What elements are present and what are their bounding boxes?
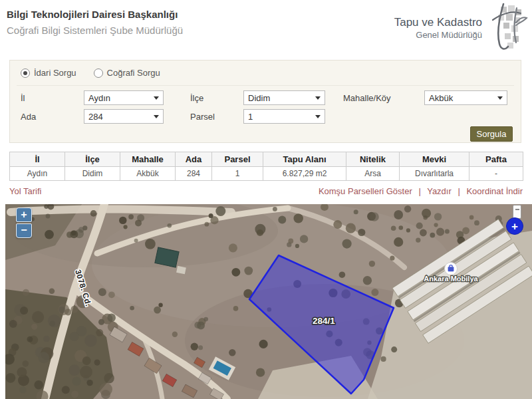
dropdown-arrow-icon: [154, 115, 159, 118]
ada-select[interactable]: 284: [84, 109, 164, 124]
col-header: Nitelik: [346, 152, 400, 167]
col-header: Pafta: [469, 152, 523, 167]
table-row: Aydın Didim Akbük 284 1 6.827,29 m2 Arsa…: [10, 167, 523, 181]
radio-cografi-sorgu[interactable]: Coğrafi Sorgu: [94, 68, 160, 78]
ilce-value: Didim: [248, 93, 270, 103]
cell-mahalle: Akbük: [120, 167, 176, 181]
page-title: Bilgi Teknolojileri Dairesi Başkanlığı: [7, 9, 178, 20]
page-subtitle: Coğrafi Bilgi Sistemleri Şube Müdürlüğü: [7, 25, 183, 36]
parsel-select[interactable]: 1: [243, 109, 325, 124]
dropdown-arrow-icon: [315, 115, 321, 118]
zoom-in-button[interactable]: +: [16, 207, 32, 222]
action-links: Komşu Parselleri Göster | Yazdır | Koord…: [319, 186, 523, 196]
sorgula-button[interactable]: Sorgula: [470, 126, 513, 142]
dropdown-arrow-icon: [154, 96, 159, 100]
col-header: İl: [10, 152, 65, 167]
cell-nitelik: Arsa: [346, 167, 400, 181]
map-side-control[interactable]: [513, 205, 521, 219]
link-separator: |: [458, 186, 460, 196]
dropdown-arrow-icon: [497, 96, 503, 100]
map-zoom-control: + −: [16, 207, 32, 238]
parcel-label: 284/1: [313, 316, 335, 326]
il-label: İl: [21, 93, 25, 103]
cell-ilce: Didim: [65, 167, 120, 181]
poi-label: Ankara Mobilya: [424, 275, 478, 283]
radio-unselected-icon: [94, 68, 103, 78]
org-name: Tapu ve Kadastro Genel Müdürlüğü: [293, 16, 482, 40]
result-table: İl İlçe Mahalle Ada Parsel Tapu Alanı Ni…: [9, 152, 523, 181]
cell-il: Aydın: [10, 167, 65, 181]
org-name-line1: Tapu ve Kadastro: [293, 16, 482, 29]
col-header: Tapu Alanı: [263, 152, 346, 167]
link-separator: |: [418, 186, 420, 196]
ilce-label: İlçe: [190, 93, 203, 103]
query-type-radios: İdari Sorgu Coğrafi Sorgu: [21, 68, 160, 78]
col-header: Mevki: [400, 152, 469, 167]
radio-selected-icon: [21, 68, 30, 78]
col-header: İlçe: [65, 152, 120, 167]
il-value: Aydın: [88, 93, 110, 103]
form-separator: [17, 85, 514, 86]
komsu-parselleri-goster-link[interactable]: Komşu Parselleri Göster: [319, 186, 412, 196]
cell-tapu-alani: 6.827,29 m2: [263, 167, 346, 181]
cell-pafta: -: [469, 167, 523, 181]
satellite-map[interactable]: 3078. Cd. 284/1 Ankara Mobilya + − +: [5, 204, 532, 399]
tkgm-logo-icon: [486, 3, 529, 56]
mahalle-select[interactable]: Akbük: [424, 90, 507, 105]
cell-parsel: 1: [212, 167, 263, 181]
koordinat-indir-link[interactable]: Koordinat İndir: [466, 186, 523, 196]
ada-label: Ada: [21, 112, 36, 122]
yol-tarifi-link[interactable]: Yol Tarifi: [9, 186, 41, 196]
query-form-panel: İdari Sorgu Coğrafi Sorgu İl Aydın İlçe …: [9, 60, 521, 143]
dropdown-arrow-icon: [315, 96, 321, 100]
parsel-label: Parsel: [190, 112, 215, 122]
tkgm-parcel-query-page: Bilgi Teknolojileri Dairesi Başkanlığı C…: [0, 0, 532, 399]
radio-label: Coğrafi Sorgu: [107, 68, 160, 78]
layers-toggle-button[interactable]: +: [506, 217, 523, 235]
ilce-select[interactable]: Didim: [243, 90, 325, 105]
zoom-out-button[interactable]: −: [16, 223, 32, 238]
il-select[interactable]: Aydın: [84, 90, 164, 105]
mahalle-label: Mahalle/Köy: [343, 93, 391, 103]
org-name-line2: Genel Müdürlüğü: [293, 30, 482, 40]
cell-ada: 284: [176, 167, 212, 181]
table-header-row: İl İlçe Mahalle Ada Parsel Tapu Alanı Ni…: [10, 152, 523, 167]
mahalle-value: Akbük: [429, 93, 453, 103]
radio-label: İdari Sorgu: [34, 68, 76, 78]
shopping-bag-icon: [448, 267, 454, 271]
col-header: Mahalle: [120, 152, 176, 167]
yazdir-link[interactable]: Yazdır: [427, 186, 452, 196]
col-header: Parsel: [212, 152, 263, 167]
parsel-value: 1: [248, 112, 253, 122]
cell-mevki: Dıvarlıtarla: [400, 167, 469, 181]
map-canvas: 3078. Cd. 284/1 Ankara Mobilya: [5, 204, 532, 399]
radio-idari-sorgu[interactable]: İdari Sorgu: [21, 68, 76, 78]
ada-value: 284: [88, 112, 103, 122]
col-header: Ada: [176, 152, 212, 167]
